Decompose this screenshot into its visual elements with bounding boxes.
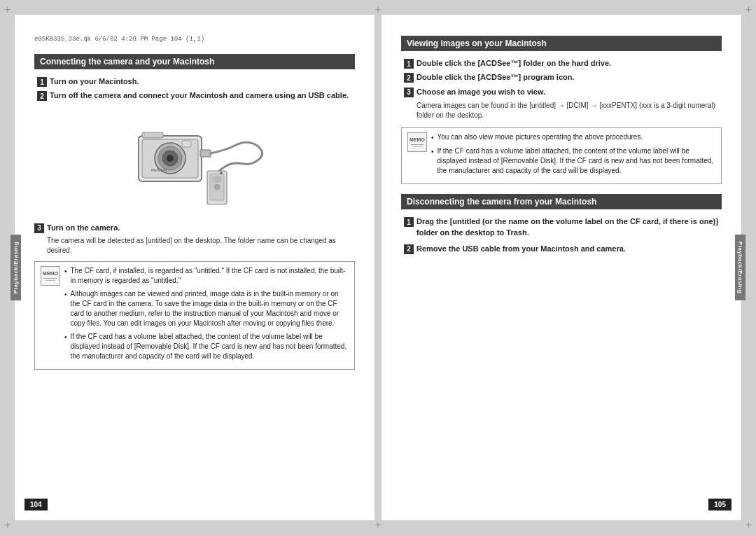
bullet-dot-2: • <box>64 290 67 328</box>
disc-step-num-2: 2 <box>404 244 414 254</box>
step-num-1: 1 <box>37 77 47 87</box>
step-3: 3 Turn on the camera. <box>34 223 355 233</box>
step-1: 1 Turn on your Macintosh. <box>37 76 355 87</box>
view-step-1: 1 Double click the [ACDSee™] folder on t… <box>404 58 722 69</box>
disc-step-num-1: 1 <box>404 217 414 227</box>
disc-step-text-2: Remove the USB cable from your Macintosh… <box>416 244 626 254</box>
steps-viewing: 1 Double click the [ACDSee™] folder on t… <box>404 58 722 120</box>
svg-point-12 <box>214 184 220 190</box>
camera-image-area: PENTAX <box>34 111 355 213</box>
right-bullet-dot-1: • <box>431 133 434 143</box>
left-page: e05KB335_33e.qk 6/6/02 4:28 PM Page 104 … <box>14 14 375 521</box>
view-step-text-3: Choose an image you wish to view. <box>416 87 545 97</box>
svg-point-5 <box>167 155 174 162</box>
note-box-left: MEMO • The CF card, if installed, is reg… <box>34 261 355 370</box>
crosshair-bottom-right: + <box>746 520 752 531</box>
view-step-num-1: 1 <box>404 59 414 69</box>
right-note-bullet-2-text: If the CF card has a volume label attach… <box>438 146 715 176</box>
step-num-2: 2 <box>37 91 47 101</box>
right-note-bullet-1-text: You can also view movie pictures operati… <box>438 132 643 143</box>
view-step-3: 3 Choose an image you wish to view. <box>404 87 722 97</box>
note-bullet-3-text: If the CF card has a volume label attach… <box>71 332 349 361</box>
memo-icon: MEMO <box>41 266 60 286</box>
right-note-bullet-2: • If the CF card has a volume label atta… <box>431 146 715 176</box>
crosshair-center-bottom: + <box>374 520 381 531</box>
section-viewing-title: Viewing images on your Macintosh <box>401 36 722 51</box>
bullet-dot-3: • <box>64 333 67 361</box>
note-bullet-1: • The CF card, if installed, is regarded… <box>64 266 349 286</box>
section-connecting-title: Connecting the camera and your Macintosh <box>34 54 355 69</box>
side-tab-left: Playback/Erasing <box>10 235 21 300</box>
note-bullet-2: • Although images can be viewed and prin… <box>64 289 349 328</box>
side-tab-right: Playback/Erasing <box>735 235 746 300</box>
svg-rect-8 <box>200 150 211 157</box>
crosshair-top-left: + <box>4 4 10 15</box>
step-num-3: 3 <box>34 223 44 233</box>
step-3-subtext: The camera will be detected as [untitled… <box>47 236 355 256</box>
view-step-3-subtext: Camera images can be found in the [untit… <box>416 101 722 120</box>
crosshair-bottom-left: + <box>4 520 10 531</box>
note-bullet-1-text: The CF card, if installed, is regarded a… <box>71 266 349 286</box>
svg-rect-7 <box>142 132 163 138</box>
svg-point-13 <box>220 172 223 174</box>
step-text-1: Turn on your Macintosh. <box>50 76 139 87</box>
steps-disconnecting: 1 Drag the [untitled (or the name on the… <box>404 216 722 254</box>
view-step-2: 2 Double click the [ACDSee™] program ico… <box>404 72 722 83</box>
bullet-dot-1: • <box>64 267 67 286</box>
step-2: 2 Turn off the camera and connect your M… <box>37 90 355 101</box>
page-spread: + + + + + + e05KB335_33e.qk 6/6/02 4:28 … <box>0 0 756 535</box>
note-bullet-3: • If the CF card has a volume label atta… <box>64 332 349 361</box>
step-text-3: Turn on the camera. <box>47 223 120 233</box>
view-step-num-2: 2 <box>404 73 414 83</box>
note-content-right: • You can also view movie pictures opera… <box>431 132 715 179</box>
view-step-text-1: Double click the [ACDSee™] folder on the… <box>416 58 611 69</box>
disc-step-text-1: Drag the [untitled (or the name on the v… <box>416 216 722 238</box>
section-disconnecting-title: Disconnecting the camera from your Macin… <box>401 194 722 209</box>
right-note-bullet-1: • You can also view movie pictures opera… <box>431 132 715 143</box>
disc-step-2: 2 Remove the USB cable from your Macinto… <box>404 244 722 254</box>
view-step-text-2: Double click the [ACDSee™] program icon. <box>416 72 575 83</box>
page-number-left: 104 <box>24 499 48 510</box>
page-number-right: 105 <box>708 499 732 510</box>
right-bullet-dot-2: • <box>431 147 434 176</box>
svg-rect-6 <box>182 141 191 147</box>
svg-text:PENTAX: PENTAX <box>151 168 168 172</box>
note-box-right: MEMO • You can also view movie pictures … <box>401 127 722 184</box>
step-text-2: Turn off the camera and connect your Mac… <box>50 90 349 101</box>
camera-illustration: PENTAX <box>118 111 272 213</box>
memo-icon-right: MEMO <box>407 132 427 152</box>
svg-rect-11 <box>213 176 221 182</box>
steps-connecting: 1 Turn on your Macintosh. 2 Turn off the… <box>37 76 355 102</box>
right-page: Viewing images on your Macintosh 1 Doubl… <box>381 14 742 521</box>
note-bullet-2-text: Although images can be viewed and printe… <box>71 289 349 328</box>
disc-step-1: 1 Drag the [untitled (or the name on the… <box>404 216 722 238</box>
crosshair-top-right: + <box>746 4 752 15</box>
page-header-meta: e05KB335_33e.qk 6/6/02 4:28 PM Page 104 … <box>34 36 355 43</box>
note-content-left: • The CF card, if installed, is regarded… <box>64 266 349 365</box>
view-step-num-3: 3 <box>404 88 414 97</box>
